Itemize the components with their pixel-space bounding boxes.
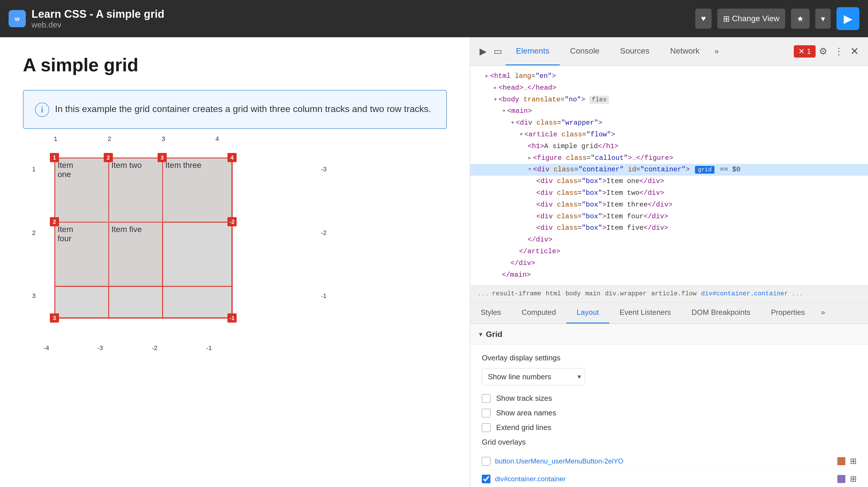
subtab-layout[interactable]: Layout <box>566 302 609 324</box>
neg-col-label-2: -2 <box>152 344 158 352</box>
info-box: i In this example the grid container cre… <box>23 90 447 129</box>
devtools-panel: ▶ ▭ Elements Console Sources Network » <box>470 37 868 487</box>
bookmark-button[interactable]: ★ <box>791 9 810 29</box>
tab-network[interactable]: Network <box>660 37 710 65</box>
show-area-names-row: Show area names <box>482 408 857 417</box>
expand-main[interactable]: ▾ <box>502 107 506 115</box>
breadcrumb-html[interactable]: html <box>544 289 563 299</box>
svg-text:w: w <box>14 15 20 22</box>
devtools-topbar: ▶ ▭ Elements Console Sources Network » <box>470 37 868 66</box>
terminal-icon: ▶ <box>844 12 852 25</box>
tree-line-box2: <div class="box">Item two</div> <box>476 187 862 199</box>
tab-sources[interactable]: Sources <box>610 37 660 65</box>
breadcrumb-body[interactable]: body <box>563 289 583 299</box>
change-view-icon: ⊞ <box>723 14 730 24</box>
subtabs-more-button[interactable]: » <box>815 302 831 324</box>
expand-head[interactable]: ▸ <box>493 84 497 92</box>
neg-row-label-1: -1 <box>321 292 327 300</box>
inspect-element-button[interactable]: ▶ <box>476 42 490 60</box>
show-area-names-checkbox[interactable] <box>482 409 490 417</box>
change-view-button[interactable]: ⊞ Change View <box>717 9 785 29</box>
expand-body[interactable]: ▾ <box>493 96 497 103</box>
marker-3-neg1: -1 <box>227 313 237 323</box>
main-layout: A simple grid i In this example the grid… <box>0 37 868 487</box>
settings-button[interactable]: ⚙ <box>815 42 831 60</box>
marker-3-1: 3 <box>50 313 59 323</box>
overlay-usermenu-grid-icon[interactable]: ⊞ <box>850 456 857 466</box>
extend-grid-lines-checkbox[interactable] <box>482 423 490 432</box>
info-icon: i <box>35 102 49 117</box>
expand-wrapper[interactable]: ▾ <box>510 119 515 127</box>
overlay-usermenu-label[interactable]: button.UserMenu_userMenuButton-2eiYO <box>495 457 833 465</box>
tree-line-box5: <div class="box">Item five</div> <box>476 222 862 234</box>
heart-button[interactable]: ♥ <box>695 9 712 29</box>
tree-line-close-main: </main> <box>476 269 862 281</box>
tree-line-body: ▾<body translate="no"> flex <box>476 94 862 106</box>
grid-section-header[interactable]: ▾ Grid <box>470 324 868 345</box>
subtab-event-listeners[interactable]: Event Listeners <box>609 302 681 324</box>
page-title-sub: web.dev <box>32 20 164 30</box>
devtools-tabs: Elements Console Sources Network » <box>506 37 723 65</box>
grid-visual: Itemone Item two Item three Itemfour Ite… <box>55 158 232 318</box>
subtab-properties[interactable]: Properties <box>761 302 815 324</box>
expand-article[interactable]: ▾ <box>519 131 523 139</box>
device-toolbar-button[interactable]: ▭ <box>490 42 506 60</box>
overlay-container-label[interactable]: div#container.container <box>495 475 833 483</box>
tree-line-close-div: </div> <box>476 234 862 246</box>
close-devtools-button[interactable]: ✕ <box>847 42 862 61</box>
expand-figure[interactable]: ▸ <box>528 154 532 162</box>
marker-neg2-right: -2 <box>227 217 237 226</box>
overlay-usermenu-color <box>837 457 845 465</box>
show-track-sizes-row: Show track sizes <box>482 394 857 403</box>
page-title-main: Learn CSS - A simple grid <box>32 8 164 20</box>
breadcrumb-result-iframe[interactable]: result-iframe <box>490 289 544 299</box>
grid-item-2: Item two <box>108 158 162 173</box>
overlay-list: button.UserMenu_userMenuButton-2eiYO ⊞ d… <box>482 452 857 487</box>
overlay-usermenu-checkbox[interactable] <box>482 457 490 465</box>
neg-col-label-1: -1 <box>206 344 212 352</box>
error-badge[interactable]: ✕ 1 <box>794 45 815 58</box>
article-title: A simple grid <box>23 55 447 75</box>
marker-1-2: 2 <box>104 153 113 162</box>
more-options-button[interactable]: ⋮ <box>831 42 847 60</box>
grid-cell-3: Item three <box>162 158 232 222</box>
overlay-container-checkbox[interactable] <box>482 475 490 483</box>
grid-demo: 1 2 3 4 1 2 3 -4 -3 -2 -1 -3 -2 -1 <box>23 146 321 341</box>
breadcrumb-div-wrapper[interactable]: div.wrapper <box>603 289 649 299</box>
show-track-sizes-checkbox[interactable] <box>482 394 490 403</box>
subtab-dom-breakpoints[interactable]: DOM Breakpoints <box>681 302 761 324</box>
breadcrumb-article-flow[interactable]: article.flow <box>649 289 699 299</box>
grid-item-4: Itemfour <box>55 222 108 246</box>
overlay-display-select[interactable]: Show line numbers Show track sizes Show … <box>482 368 585 385</box>
tree-line-article: ▾<article class="flow"> <box>476 129 862 141</box>
neg-row-label-2: -2 <box>321 229 327 237</box>
overlay-settings-label: Overlay display settings <box>482 354 857 362</box>
tree-line-html: ▸<html lang="en"> <box>476 70 862 82</box>
expand-html[interactable]: ▸ <box>485 72 489 80</box>
terminal-button[interactable]: ▶ <box>836 7 859 30</box>
breadcrumb-container[interactable]: div#container.container <box>699 289 790 299</box>
grid-cell-2: Item two <box>108 158 162 222</box>
tree-line-container[interactable]: ▾<div class="container" id="container"> … <box>470 164 868 176</box>
breadcrumb-dots-start: ... <box>476 290 490 297</box>
dropdown-arrow-button[interactable]: ▾ <box>815 9 831 29</box>
col-label-2: 2 <box>108 135 111 143</box>
subtabs: Styles Computed Layout Event Listeners D… <box>470 302 868 324</box>
tab-console[interactable]: Console <box>560 37 610 65</box>
subtab-styles[interactable]: Styles <box>470 302 512 324</box>
breadcrumb-main[interactable]: main <box>583 289 603 299</box>
neg-col-label-3: -3 <box>97 344 103 352</box>
subtab-computed[interactable]: Computed <box>512 302 566 324</box>
overlay-container-grid-icon[interactable]: ⊞ <box>850 474 857 484</box>
overlay-item-usermenu: button.UserMenu_userMenuButton-2eiYO ⊞ <box>482 452 857 470</box>
breadcrumb: ... result-iframe html body main div.wra… <box>470 285 868 302</box>
topbar: w Learn CSS - A simple grid web.dev ♥ ⊞ … <box>0 0 868 37</box>
tree-line-box4: <div class="box">Item four</div> <box>476 211 862 222</box>
tabs-more-button[interactable]: » <box>710 37 724 65</box>
error-x-icon: ✕ <box>798 47 805 56</box>
line-numbers-select-wrapper: Show line numbers Show track sizes Show … <box>482 368 585 385</box>
grid-item-1: Itemone <box>55 158 108 182</box>
marker-1-3: 3 <box>158 153 167 162</box>
tab-elements[interactable]: Elements <box>506 37 560 65</box>
error-count: 1 <box>807 47 811 56</box>
